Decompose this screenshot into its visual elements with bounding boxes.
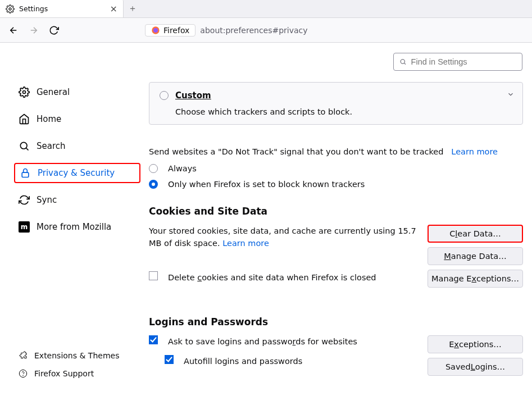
sidebar-item-home[interactable]: Home	[14, 109, 140, 129]
sidebar-item-general[interactable]: General	[14, 82, 140, 102]
sidebar-item-search[interactable]: Search	[14, 136, 140, 156]
forward-button[interactable]	[26, 22, 42, 38]
delete-on-close-label: Delete cookies and site data when Firefo…	[168, 271, 376, 284]
svg-point-2	[153, 28, 158, 33]
identity-box[interactable]: Firefox	[145, 24, 195, 37]
tab-bar: Settings × ＋	[0, 0, 532, 18]
manage-exceptions-button[interactable]: Manage Exceptions…	[428, 270, 523, 288]
url-bar[interactable]: Firefox about:preferences#privacy	[145, 24, 308, 37]
svg-point-3	[401, 60, 404, 63]
radio-custom[interactable]	[160, 91, 169, 100]
chevron-down-icon	[507, 90, 515, 98]
cookies-learn-more-link[interactable]: Learn more	[222, 239, 269, 248]
mozilla-icon: m	[19, 221, 30, 233]
identity-label: Firefox	[163, 26, 189, 35]
help-icon	[19, 369, 28, 378]
tracking-custom-option[interactable]: Custom Choose which trackers and scripts…	[149, 82, 523, 125]
sidebar-item-sync[interactable]: Sync	[14, 190, 140, 210]
sidebar-footer-label: Firefox Support	[34, 369, 94, 378]
gear-icon	[19, 87, 30, 98]
sidebar-item-label: General	[37, 87, 70, 97]
new-tab-button[interactable]: ＋	[124, 0, 142, 18]
reload-icon	[49, 25, 59, 35]
checkbox-autofill-logins[interactable]	[165, 355, 174, 364]
radio-dnt-always[interactable]	[149, 164, 158, 173]
gear-icon	[6, 4, 15, 13]
manage-data-button[interactable]: Manage Data…	[428, 247, 523, 265]
lock-icon	[20, 167, 31, 179]
tab-title: Settings	[19, 4, 106, 13]
sidebar-item-privacy[interactable]: Privacy & Security	[14, 163, 140, 183]
logins-heading: Logins and Passwords	[149, 316, 523, 327]
svg-point-7	[19, 370, 26, 377]
svg-point-8	[23, 375, 24, 376]
sidebar-item-label: Sync	[37, 195, 57, 205]
checkbox-delete-on-close[interactable]	[149, 271, 158, 280]
puzzle-icon	[19, 351, 28, 360]
sidebar-extensions-themes[interactable]: Extensions & Themes	[14, 347, 140, 365]
find-in-settings[interactable]	[393, 53, 522, 71]
reload-button[interactable]	[46, 22, 62, 38]
back-button[interactable]	[6, 22, 21, 38]
dnt-text: Send websites a "Do Not Track" signal th…	[149, 147, 444, 156]
search-icon	[19, 140, 30, 152]
sidebar-footer-label: Extensions & Themes	[34, 351, 119, 360]
sidebar-item-more-mozilla[interactable]: m More from Mozilla	[14, 217, 140, 237]
search-icon	[399, 58, 407, 66]
sidebar-item-label: Home	[37, 114, 61, 124]
url-text: about:preferences#privacy	[200, 26, 307, 35]
autofill-logins-label: Autofill logins and passwords	[184, 355, 302, 367]
firefox-icon	[151, 26, 160, 35]
search-input[interactable]	[411, 57, 516, 66]
checkbox-ask-save-logins[interactable]	[149, 335, 158, 344]
logins-exceptions-button[interactable]: Exceptions…	[428, 335, 523, 353]
ask-save-logins-label: Ask to save logins and passwords for web…	[168, 335, 357, 348]
svg-point-5	[20, 142, 27, 149]
dnt-only-label: Only when Firefox is set to block known …	[168, 180, 365, 189]
close-icon[interactable]: ×	[110, 4, 117, 13]
dnt-learn-more-link[interactable]: Learn more	[451, 147, 498, 156]
saved-logins-button[interactable]: Saved Logins…	[428, 358, 523, 376]
svg-point-0	[9, 8, 11, 10]
home-icon	[19, 113, 30, 125]
dnt-always-label: Always	[168, 164, 197, 173]
sidebar-item-label: Search	[37, 141, 66, 151]
arrow-right-icon	[29, 25, 39, 35]
svg-rect-6	[22, 172, 29, 177]
clear-data-button[interactable]: Clear Data…	[428, 225, 523, 243]
sync-icon	[19, 194, 30, 206]
sidebar-item-label: Privacy & Security	[38, 168, 115, 178]
sidebar-firefox-support[interactable]: Firefox Support	[14, 365, 140, 383]
custom-title: Custom	[175, 90, 211, 101]
category-sidebar: General Home Search Privacy & Security S…	[0, 43, 149, 405]
nav-toolbar: Firefox about:preferences#privacy	[0, 18, 532, 43]
svg-point-4	[23, 91, 26, 94]
custom-desc: Choose which trackers and scripts to blo…	[175, 107, 352, 116]
tab-settings[interactable]: Settings ×	[0, 0, 124, 17]
arrow-left-icon	[8, 25, 19, 35]
cookies-heading: Cookies and Site Data	[149, 206, 523, 217]
cookies-description: Your stored cookies, site data, and cach…	[149, 225, 428, 290]
prefs-main: Custom Choose which trackers and scripts…	[149, 43, 532, 405]
radio-dnt-only-blocking[interactable]	[149, 180, 158, 189]
sidebar-item-label: More from Mozilla	[37, 222, 111, 232]
